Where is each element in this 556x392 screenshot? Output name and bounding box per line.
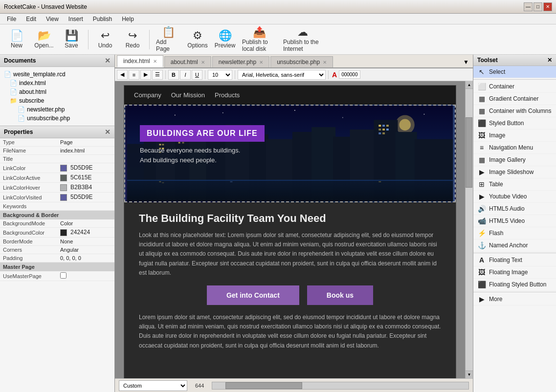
publish-internet-button[interactable]: ☁ Publish to the Internet	[281, 26, 325, 53]
tool-flash[interactable]: ⚡ Flash	[473, 227, 556, 240]
nav-company[interactable]: Company	[134, 91, 161, 99]
menu-view[interactable]: View	[41, 15, 64, 23]
prop-value-linkcoloractive[interactable]: 5C615E	[57, 173, 114, 183]
tool-more[interactable]: ▶ More	[473, 293, 556, 305]
menu-edit[interactable]: Edit	[21, 15, 41, 23]
menu-insert[interactable]: Insert	[64, 15, 88, 23]
font-size-select[interactable]: 1012141618	[208, 70, 232, 80]
tree-item-rcd[interactable]: 📄 wesite_template.rcd	[2, 70, 112, 79]
prop-value-linkcolor[interactable]: 5D5D9E	[57, 163, 114, 173]
tool-select[interactable]: ↖ Select	[473, 66, 556, 78]
tree-item-index[interactable]: 📄 index.html	[2, 79, 112, 87]
close-btn[interactable]: ✕	[543, 2, 552, 11]
prop-value-linkcolorhover[interactable]: B2B3B4	[57, 183, 114, 193]
prop-value-bgmode[interactable]: Color	[57, 219, 114, 228]
tool-youtube-label: Youtube Video	[489, 193, 527, 200]
prop-value-bordermode[interactable]: None	[57, 238, 114, 246]
tree-item-unsubscribe[interactable]: 📄 unsubscribe.php	[2, 114, 112, 123]
add-page-button[interactable]: 📋 Add Page	[154, 26, 183, 53]
canvas-area[interactable]: Company Our Mission Products	[115, 81, 465, 378]
tool-gradient-container[interactable]: ▦ Gradient Container	[473, 93, 556, 105]
tab-newsletter-close[interactable]: ✕	[259, 60, 263, 65]
redo-button[interactable]: ↪ Redo	[120, 26, 145, 53]
prop-value-filename[interactable]: index.html	[57, 147, 114, 155]
options-button[interactable]: ⚙ Options	[185, 26, 210, 53]
tab-index-close[interactable]: ✕	[153, 59, 157, 64]
tool-youtube-video[interactable]: ▶ Youtube Video	[473, 191, 556, 203]
tool-floating-text[interactable]: A Floating Text	[473, 254, 556, 266]
tool-container[interactable]: ⬜ Container	[473, 81, 556, 93]
prop-value-linkcolorvisited[interactable]: 5D5D9E	[57, 193, 114, 202]
prop-value-title[interactable]	[57, 155, 114, 163]
prop-value-corners[interactable]: Angular	[57, 246, 114, 254]
tool-image-slideshow-label: Image Slideshow	[489, 169, 534, 175]
tree-item-about[interactable]: 📄 about.html	[2, 87, 112, 96]
prop-value-keywords[interactable]	[57, 202, 114, 211]
book-button[interactable]: Book us	[307, 285, 373, 305]
prop-value-bgcolor[interactable]: 242424	[57, 228, 114, 238]
hscroll-thumb[interactable]	[225, 382, 302, 389]
prop-value-usemasterpage[interactable]	[57, 271, 114, 281]
tool-html5-video[interactable]: 📹 HTML5 Video	[473, 215, 556, 227]
menu-file[interactable]: File	[2, 15, 21, 23]
tool-image-gallery[interactable]: ▦ Image Gallery	[473, 154, 556, 166]
tree-item-subscribe[interactable]: 📁 subscribe	[2, 96, 112, 105]
menu-help[interactable]: Help	[117, 15, 139, 23]
prop-value-type[interactable]: Page	[57, 138, 114, 147]
tool-table[interactable]: ⊞ Table	[473, 178, 556, 191]
tool-html5-audio[interactable]: 🔊 HTML5 Audio	[473, 203, 556, 215]
open-button[interactable]: 📂 Open...	[31, 26, 57, 53]
zoom-select[interactable]: Custom 100% 75% 50%	[119, 380, 187, 391]
tab-dropdown-btn[interactable]: ▼	[459, 57, 473, 67]
minimize-btn[interactable]: —	[524, 2, 533, 11]
scroll-up-btn[interactable]: ▲	[466, 81, 473, 89]
nav-products[interactable]: Products	[215, 91, 240, 99]
italic-button[interactable]: I	[180, 70, 191, 80]
align-left-button[interactable]: ◀	[117, 70, 128, 80]
underline-button[interactable]: U	[192, 70, 202, 80]
scroll-thumb[interactable]	[466, 117, 472, 188]
tab-index-html[interactable]: index.html ✕	[117, 55, 163, 67]
publish-local-button[interactable]: 📤 Publish to local disk	[240, 26, 279, 53]
save-button[interactable]: 💾 Save	[59, 26, 84, 53]
tool-container-columns[interactable]: ▦ Container with Columns	[473, 105, 556, 117]
tool-image[interactable]: 🖼 Image	[473, 130, 556, 142]
vertical-scrollbar[interactable]: ▲ ▼	[465, 81, 473, 378]
properties-close-btn[interactable]: ✕	[105, 128, 111, 136]
undo-button[interactable]: ↩ Undo	[92, 26, 118, 53]
linkcolorhover-swatch	[60, 184, 67, 191]
svg-point-2	[399, 119, 411, 131]
align-right-button[interactable]: ▶	[140, 70, 151, 80]
tab-unsubscribe-close[interactable]: ✕	[323, 60, 327, 65]
maximize-btn[interactable]: □	[534, 2, 542, 11]
tab-unsubscribe-php[interactable]: unsubscribe.php ✕	[270, 56, 333, 67]
nav-mission[interactable]: Our Mission	[171, 91, 205, 99]
menu-publish[interactable]: Publish	[88, 15, 117, 23]
font-color-hex[interactable]: 000000	[339, 70, 360, 79]
tool-styled-button[interactable]: ⬛ Styled Button	[473, 117, 556, 130]
tool-floating-image[interactable]: 🖼 Floating Image	[473, 266, 556, 279]
window-controls[interactable]: — □ ✕	[524, 2, 552, 11]
usemasterpage-checkbox[interactable]	[60, 272, 67, 279]
horizontal-scrollbar[interactable]	[212, 382, 469, 390]
tool-floating-styled-button[interactable]: ⬛ Floating Styled Button	[473, 279, 556, 291]
tree-item-newsletter[interactable]: 📄 newsletter.php	[2, 105, 112, 114]
preview-button[interactable]: 🌐 Preview	[212, 26, 238, 53]
page-canvas[interactable]: Company Our Mission Products	[124, 85, 456, 378]
toolset-close-btn[interactable]: ✕	[547, 57, 552, 64]
scroll-down-btn[interactable]: ▼	[466, 370, 473, 378]
align-center-button[interactable]: ≡	[129, 70, 139, 80]
justify-button[interactable]: ☰	[152, 70, 163, 80]
tab-about-html[interactable]: about.html ✕	[164, 56, 211, 67]
prop-value-padding[interactable]: 0, 0, 0, 0	[57, 254, 114, 262]
tab-about-close[interactable]: ✕	[201, 60, 205, 65]
bold-button[interactable]: B	[168, 70, 179, 80]
font-family-select[interactable]: Arial, Helvetica, sans-serif	[238, 70, 326, 80]
tool-navigation-menu[interactable]: ≡ Navigation Menu	[473, 142, 556, 154]
contact-button[interactable]: Get into Contact	[207, 285, 299, 305]
documents-close-btn[interactable]: ✕	[105, 57, 111, 65]
tab-newsletter-php[interactable]: newsletter.php ✕	[212, 56, 269, 67]
new-button[interactable]: 📄 New	[4, 26, 29, 53]
tool-image-slideshow[interactable]: ▶ Image Slideshow	[473, 166, 556, 178]
tool-named-anchor[interactable]: ⚓ Named Anchor	[473, 240, 556, 252]
